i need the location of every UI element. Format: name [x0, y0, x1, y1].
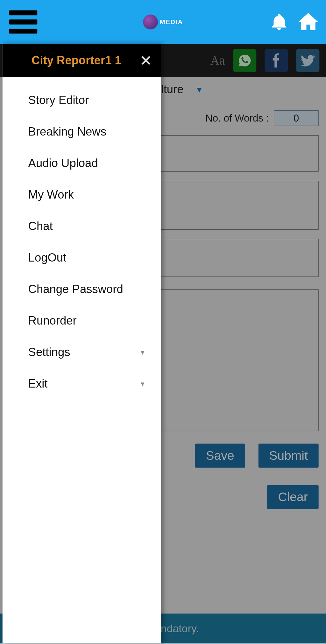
drawer-item-settings[interactable]: Settings▾ [28, 337, 161, 368]
drawer-item-label: Change Password [28, 283, 123, 296]
drawer-item-label: Settings [28, 346, 70, 359]
drawer-item-runorder[interactable]: Runorder [28, 305, 161, 337]
home-icon[interactable] [296, 11, 320, 33]
logo-text: MEDIA [159, 18, 183, 25]
drawer-item-label: Story Editor [28, 94, 89, 107]
drawer-item-label: Chat [28, 220, 53, 233]
drawer-item-label: Runorder [28, 314, 77, 328]
app-header: MEDIA [0, 0, 326, 44]
hamburger-icon[interactable] [9, 10, 38, 34]
drawer-item-exit[interactable]: Exit▾ [28, 368, 161, 400]
drawer-item-label: My Work [28, 188, 74, 202]
bell-icon[interactable] [270, 11, 289, 32]
app-logo: MEDIA [143, 15, 183, 30]
drawer-item-audio-upload[interactable]: Audio Upload [28, 148, 161, 179]
drawer-item-change-password[interactable]: Change Password [28, 274, 161, 305]
drawer-header: City Reporter1 1 ✕ [3, 44, 161, 77]
drawer-item-label: LogOut [28, 251, 67, 265]
drawer-item-chat[interactable]: Chat [28, 211, 161, 242]
drawer-menu: Story EditorBreaking NewsAudio UploadMy … [3, 77, 161, 400]
chevron-down-icon: ▾ [141, 379, 145, 388]
drawer-title: City Reporter1 1 [32, 54, 121, 67]
drawer-item-label: Breaking News [28, 125, 106, 139]
drawer-item-label: Exit [28, 377, 48, 391]
close-icon[interactable]: ✕ [140, 52, 152, 69]
drawer-item-story-editor[interactable]: Story Editor [28, 85, 161, 116]
chevron-down-icon: ▾ [141, 348, 145, 357]
drawer-item-my-work[interactable]: My Work [28, 179, 161, 211]
drawer-item-label: Audio Upload [28, 157, 98, 170]
drawer-item-breaking-news[interactable]: Breaking News [28, 116, 161, 148]
logo-circle-icon [143, 15, 158, 30]
drawer-item-logout[interactable]: LogOut [28, 242, 161, 274]
side-drawer: City Reporter1 1 ✕ Story EditorBreaking … [3, 44, 161, 643]
